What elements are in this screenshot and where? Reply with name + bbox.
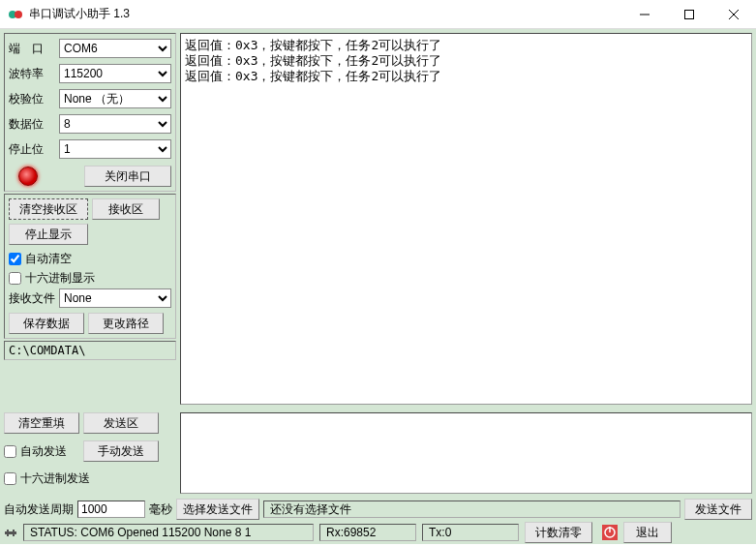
app-icon	[8, 7, 23, 22]
stopbits-label: 停止位	[9, 141, 55, 158]
stop-display-button[interactable]: 停止显示	[9, 224, 88, 245]
port-settings-group: 端 口 COM6 波特率 115200 校验位 None （无） 数据位 8 停…	[4, 33, 176, 192]
svg-rect-6	[5, 531, 16, 534]
port-label: 端 口	[9, 41, 55, 57]
receive-output-area[interactable]: 返回值：0x3，按键都按下，任务2可以执行了 返回值：0x3，按键都按下，任务2…	[180, 33, 752, 405]
maximize-button[interactable]	[667, 0, 711, 29]
hex-send-label: 十六进制发送	[20, 470, 90, 487]
parity-label: 校验位	[9, 91, 55, 107]
exit-button[interactable]: 退出	[623, 522, 672, 543]
window-title: 串口调试小助手 1.3	[29, 6, 622, 22]
change-path-button[interactable]: 更改路径	[88, 313, 164, 334]
period-unit-label: 毫秒	[149, 501, 172, 518]
databits-label: 数据位	[9, 116, 55, 133]
auto-send-label: 自动发送	[20, 443, 67, 460]
clear-receive-button[interactable]: 清空接收区	[9, 198, 88, 220]
clear-refill-button[interactable]: 清空重填	[4, 412, 79, 434]
choose-send-file-button[interactable]: 选择发送文件	[176, 499, 259, 520]
svg-rect-8	[13, 530, 15, 536]
manual-send-button[interactable]: 手动发送	[83, 440, 159, 462]
baud-select[interactable]: 115200	[59, 64, 171, 83]
receive-area-button[interactable]: 接收区	[92, 198, 160, 220]
status-text: STATUS: COM6 Opened 115200 None 8 1	[23, 524, 314, 541]
titlebar: 串口调试小助手 1.3	[0, 0, 756, 29]
recv-file-label: 接收文件	[9, 290, 55, 307]
auto-clear-label: 自动清空	[25, 251, 72, 267]
port-select[interactable]: COM6	[59, 39, 171, 58]
send-input-area[interactable]	[180, 412, 752, 494]
auto-send-checkbox[interactable]	[4, 445, 16, 458]
auto-send-period-input[interactable]	[77, 500, 145, 518]
save-path-display: C:\COMDATA\	[4, 341, 176, 360]
parity-select[interactable]: None （无）	[59, 89, 171, 108]
hex-send-checkbox[interactable]	[4, 472, 16, 485]
rx-counter: Rx:69852	[319, 524, 416, 541]
save-data-button[interactable]: 保存数据	[9, 313, 84, 334]
svg-rect-3	[685, 10, 694, 18]
link-icon	[4, 526, 17, 539]
stopbits-select[interactable]: 1	[59, 139, 171, 159]
power-icon	[602, 525, 618, 540]
minimize-button[interactable]	[622, 0, 667, 29]
send-file-status: 还没有选择文件	[263, 500, 680, 518]
send-file-button[interactable]: 发送文件	[684, 499, 752, 520]
recv-file-select[interactable]: None	[59, 288, 171, 308]
auto-clear-checkbox[interactable]	[9, 253, 21, 265]
auto-send-period-label: 自动发送周期	[4, 501, 74, 518]
svg-point-1	[15, 11, 22, 18]
send-area-button[interactable]: 发送区	[83, 412, 159, 434]
baud-label: 波特率	[9, 66, 55, 82]
hex-display-checkbox[interactable]	[9, 272, 21, 285]
databits-select[interactable]: 8	[59, 114, 171, 134]
connection-led-icon	[18, 167, 38, 186]
close-button[interactable]	[711, 0, 756, 29]
hex-display-label: 十六进制显示	[25, 270, 95, 287]
tx-counter: Tx:0	[422, 524, 519, 541]
close-port-button[interactable]: 关闭串口	[84, 166, 171, 187]
receive-group: 清空接收区 接收区 停止显示 自动清空 十六进制显示 接收文件 None 保存数…	[4, 194, 176, 339]
reset-count-button[interactable]: 计数清零	[525, 522, 592, 543]
svg-rect-7	[7, 530, 9, 536]
